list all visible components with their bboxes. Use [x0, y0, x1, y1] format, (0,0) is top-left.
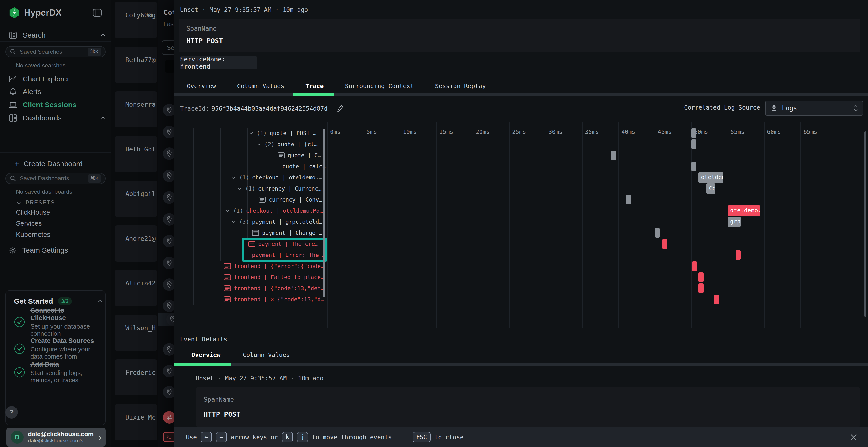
- waterfall-bar[interactable]: grp: [728, 216, 741, 227]
- chevron-up-icon[interactable]: [100, 115, 106, 120]
- location-pin-icon[interactable]: [163, 104, 174, 116]
- chevron-down-icon[interactable]: [256, 142, 261, 147]
- waterfall-bar[interactable]: [714, 295, 719, 304]
- span-row[interactable]: currency | Conv…: [259, 194, 322, 205]
- waterfall-bar[interactable]: [691, 162, 696, 171]
- waterfall-bar[interactable]: oteldemo.: [728, 205, 761, 216]
- chevron-down-icon[interactable]: [237, 186, 242, 191]
- location-pin-icon[interactable]: [163, 235, 174, 247]
- chevron-down-icon[interactable]: [249, 131, 254, 136]
- span-row[interactable]: (3)payment | grpc.oteld…: [231, 216, 322, 227]
- span-row[interactable]: frontend | Failed to place…: [224, 272, 324, 283]
- session-card[interactable]: Andre21@: [115, 226, 157, 262]
- sidebar-item-dashboards[interactable]: Dashboards: [9, 114, 62, 122]
- get-started-step[interactable]: Add DataStart sending logs, metrics, or …: [14, 361, 101, 384]
- session-card[interactable]: Alicia42: [115, 270, 157, 306]
- span-row[interactable]: frontend | {"error":{"code…: [224, 261, 324, 272]
- location-pin-icon[interactable]: [163, 213, 174, 226]
- presets-header[interactable]: PRESETS: [16, 199, 55, 206]
- tab-trace[interactable]: Trace: [306, 82, 323, 90]
- k-key[interactable]: k: [282, 432, 293, 442]
- session-card[interactable]: Wilson_H: [115, 315, 157, 351]
- sidebar-item-alerts[interactable]: Alerts: [9, 88, 41, 96]
- waterfall-bar[interactable]: oteldemo.: [699, 172, 723, 183]
- strip-button[interactable]: [165, 60, 174, 73]
- preset-kubernetes[interactable]: Kubernetes: [16, 231, 51, 238]
- edit-pencil-icon[interactable]: [336, 105, 344, 112]
- location-pin-icon[interactable]: [163, 147, 174, 160]
- create-dashboard-button[interactable]: + Create Dashboard: [14, 159, 83, 168]
- tab-session-replay[interactable]: Session Replay: [435, 82, 486, 90]
- span-row[interactable]: (1)checkout | oteldemo.Pa…: [225, 205, 323, 216]
- waterfall-bar[interactable]: [691, 128, 696, 138]
- preset-services[interactable]: Services: [16, 220, 42, 227]
- chevron-up-icon[interactable]: [97, 299, 103, 304]
- span-row[interactable]: frontend | × {"code":13,"d…: [224, 294, 324, 305]
- waterfall-bar[interactable]: [691, 139, 696, 149]
- session-card[interactable]: Beth.Gol: [115, 136, 157, 172]
- tab-column-values[interactable]: Column Values: [237, 82, 284, 90]
- location-pin-icon[interactable]: [163, 170, 174, 182]
- tab-ed-overview[interactable]: Overview: [191, 351, 220, 358]
- waterfall-bar[interactable]: [626, 195, 631, 204]
- session-card[interactable]: Frederic: [115, 359, 157, 396]
- esc-key[interactable]: ESC: [412, 432, 431, 442]
- waterfall-bar[interactable]: [611, 150, 616, 160]
- session-card[interactable]: Monserra: [115, 91, 157, 128]
- correlated-log-source-select[interactable]: Logs: [765, 101, 863, 115]
- chevron-down-icon[interactable]: [231, 175, 236, 180]
- j-key[interactable]: j: [297, 432, 308, 442]
- session-card[interactable]: Abbigail: [115, 181, 157, 217]
- span-row[interactable]: frontend | {"code":13,"det…: [224, 283, 324, 294]
- panel-scrollbar[interactable]: [864, 132, 866, 317]
- span-row[interactable]: (1)currency | Currenc…: [237, 183, 322, 194]
- waterfall-bar[interactable]: [662, 239, 667, 249]
- waterfall-bar[interactable]: [699, 283, 704, 293]
- span-row[interactable]: (1)checkout | oteldemo.…: [231, 172, 322, 183]
- location-pin-icon[interactable]: [163, 365, 174, 377]
- chevron-down-icon[interactable]: [231, 219, 236, 225]
- collapse-sidebar-icon[interactable]: [93, 9, 102, 17]
- span-row[interactable]: quote | calc…: [282, 161, 326, 172]
- span-row[interactable]: quote | C…: [278, 150, 321, 161]
- location-pin-icon[interactable]: [163, 257, 174, 269]
- location-pin-icon[interactable]: [163, 343, 174, 356]
- saved-dashboards-input[interactable]: Saved Dashboards ⌘K: [5, 173, 105, 184]
- network-swap-icon[interactable]: [163, 411, 174, 424]
- close-icon[interactable]: [848, 432, 859, 443]
- tab-surrounding-context[interactable]: Surrounding Context: [345, 82, 414, 90]
- span-row[interactable]: (2)quote | {cl…: [256, 139, 317, 150]
- tab-overview[interactable]: Overview: [187, 82, 216, 90]
- span-row[interactable]: (1)quote | POST …: [249, 128, 316, 139]
- location-pin-icon[interactable]: [163, 278, 174, 291]
- span-row[interactable]: payment | Charge …: [252, 227, 322, 238]
- tab-ed-column-values[interactable]: Column Values: [243, 351, 290, 358]
- sidebar-item-client-sessions[interactable]: Client Sessions: [9, 100, 76, 109]
- waterfall-bar[interactable]: [736, 250, 741, 260]
- left-arrow-key[interactable]: ←: [200, 432, 212, 442]
- get-started-step[interactable]: Connect to ClickHouseSet up your databas…: [14, 307, 101, 337]
- waterfall-bar[interactable]: [655, 228, 660, 238]
- session-card[interactable]: Retha77@: [115, 47, 157, 83]
- profile-chip[interactable]: D dale@clickhouse.com dale@clickhouse.co…: [6, 428, 105, 447]
- strip-search-input[interactable]: Sea: [161, 40, 174, 55]
- sidebar-item-team-settings[interactable]: Team Settings: [9, 246, 68, 254]
- service-name-chip[interactable]: ServiceName: frontend: [180, 56, 257, 69]
- saved-searches-input[interactable]: Saved Searches ⌘K: [5, 46, 105, 57]
- brand[interactable]: HyperDX: [9, 7, 62, 19]
- chevron-up-icon[interactable]: [100, 33, 106, 37]
- session-card[interactable]: Coty60@g: [115, 2, 157, 38]
- waterfall-bar[interactable]: Co: [707, 183, 715, 194]
- help-button[interactable]: ?: [5, 406, 18, 419]
- chevron-down-icon[interactable]: [225, 208, 230, 213]
- location-pin-icon[interactable]: [163, 126, 174, 138]
- location-pin-icon[interactable]: [163, 300, 174, 312]
- console-error-icon[interactable]: [163, 432, 174, 442]
- waterfall-bar[interactable]: [692, 261, 697, 271]
- session-card[interactable]: Dixie_Mc: [115, 404, 157, 440]
- location-pin-icon[interactable]: [163, 191, 174, 204]
- get-started-step[interactable]: Create Data SourcesConfigure where your …: [14, 337, 101, 360]
- sidebar-item-chart-explorer[interactable]: Chart Explorer: [9, 75, 69, 83]
- sidebar-item-search[interactable]: Search: [9, 31, 45, 39]
- tree-scrollbar[interactable]: [322, 129, 325, 297]
